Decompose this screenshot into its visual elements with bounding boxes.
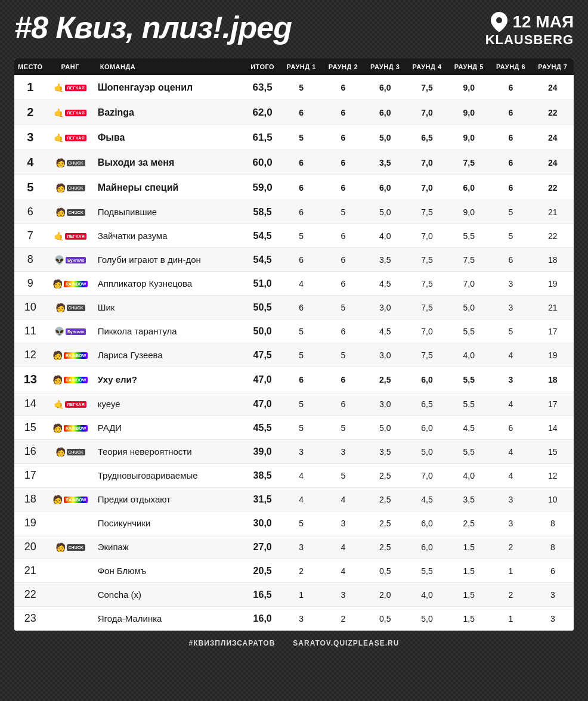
cell-r1: 4: [280, 272, 322, 296]
cell-team: Шопенгауэр оценил: [94, 75, 245, 100]
cell-r5: 5,5: [448, 224, 490, 248]
cell-r2: 3: [322, 440, 364, 464]
cell-r1: 3: [280, 440, 322, 464]
cell-place: 1: [14, 75, 47, 100]
cell-r1: 5: [280, 343, 322, 367]
table-row: 4 🧑CHUCK Выходи за меня 60,0 6 6 3,5 7,0…: [14, 150, 574, 175]
cell-r6: 6: [490, 175, 531, 200]
cell-r2: 6: [322, 150, 364, 175]
cell-r2: 6: [322, 392, 364, 416]
cell-r4: 7,5: [406, 272, 448, 296]
cell-place: 20: [14, 535, 47, 559]
cell-r1: 3: [280, 535, 322, 559]
cell-r7: 22: [532, 224, 574, 248]
cell-r2: 6: [322, 248, 364, 272]
cell-r2: 5: [322, 416, 364, 440]
cell-place: 12: [14, 343, 47, 367]
cell-r4: 6,5: [406, 125, 448, 150]
cell-r4: 6,0: [406, 535, 448, 559]
cell-team: Выходи за меня: [94, 150, 245, 175]
cell-r1: 6: [280, 296, 322, 320]
cell-rank: 🧑RAINBOW: [47, 416, 94, 440]
cell-team: Лариса Гузеева: [94, 343, 245, 367]
cell-team: Трудновыговариваемые: [94, 464, 245, 488]
svg-point-0: [496, 17, 502, 23]
cell-rank: [47, 607, 94, 631]
cell-r3: 2,5: [364, 464, 406, 488]
cell-total: 20,5: [245, 559, 280, 583]
cell-r5: 9,0: [448, 100, 490, 125]
cell-total: 54,5: [245, 248, 280, 272]
cell-total: 54,5: [245, 224, 280, 248]
cell-r7: 8: [532, 535, 574, 559]
cell-r1: 4: [280, 464, 322, 488]
table-row: 12 🧑RAINBOW Лариса Гузеева 47,5 5 5 3,0 …: [14, 343, 574, 367]
cell-place: 15: [14, 416, 47, 440]
cell-r3: 2,5: [364, 511, 406, 535]
cell-r6: 6: [490, 248, 531, 272]
cell-rank: 🧑CHUCK: [47, 175, 94, 200]
cell-r7: 24: [532, 75, 574, 100]
cell-r1: 5: [280, 224, 322, 248]
cell-r7: 8: [532, 511, 574, 535]
cell-r4: 7,5: [406, 200, 448, 224]
cell-r6: 6: [490, 416, 531, 440]
table-row: 11 👽Бунгало Пиккола тарантула 50,0 5 6 4…: [14, 320, 574, 343]
cell-place: 10: [14, 296, 47, 320]
cell-r6: 3: [490, 488, 531, 511]
cell-rank: 🤙ЛЕГКАЯ: [47, 224, 94, 248]
cell-r3: 2,5: [364, 488, 406, 511]
cell-team: Подвыпившие: [94, 200, 245, 224]
cell-place: 22: [14, 583, 47, 607]
cell-r1: 3: [280, 607, 322, 631]
cell-r7: 14: [532, 416, 574, 440]
cell-r2: 5: [322, 200, 364, 224]
cell-r2: 5: [322, 464, 364, 488]
cell-r6: 5: [490, 200, 531, 224]
cell-r1: 6: [280, 150, 322, 175]
cell-r5: 4,5: [448, 416, 490, 440]
cell-place: 23: [14, 607, 47, 631]
cell-total: 31,5: [245, 488, 280, 511]
table-row: 20 🧑CHUCK Экипаж 27,0 3 4 2,5 6,0 1,5 2 …: [14, 535, 574, 559]
cell-r1: 5: [280, 511, 322, 535]
cell-team: Concha (x): [94, 583, 245, 607]
cell-r6: 6: [490, 125, 531, 150]
cell-team: Bazinga: [94, 100, 245, 125]
event-date: 12 МАЯ: [491, 12, 574, 32]
cell-r4: 7,0: [406, 320, 448, 343]
cell-r3: 6,0: [364, 75, 406, 100]
cell-r6: 2: [490, 583, 531, 607]
cell-place: 11: [14, 320, 47, 343]
col-header-team: КОМАНДА: [94, 58, 245, 75]
cell-r7: 21: [532, 296, 574, 320]
cell-r4: 7,0: [406, 100, 448, 125]
cell-rank: 🤙ЛЕГКАЯ: [47, 75, 94, 100]
cell-r2: 6: [322, 100, 364, 125]
cell-rank: 🧑RAINBOW: [47, 343, 94, 367]
cell-place: 18: [14, 488, 47, 511]
cell-r7: 24: [532, 125, 574, 150]
cell-r1: 6: [280, 175, 322, 200]
cell-r7: 12: [532, 464, 574, 488]
cell-r1: 5: [280, 392, 322, 416]
location-icon: [491, 12, 507, 32]
cell-r7: 3: [532, 607, 574, 631]
cell-team: Аппликатор Кузнецова: [94, 272, 245, 296]
cell-team: куеуе: [94, 392, 245, 416]
table-row: 13 🧑RAINBOW Уху ели? 47,0 6 6 2,5 6,0 5,…: [14, 367, 574, 392]
cell-r5: 2,5: [448, 511, 490, 535]
cell-r5: 9,0: [448, 200, 490, 224]
table-row: 19 Посикунчики 30,0 5 3 2,5 6,0 2,5 3 8: [14, 511, 574, 535]
cell-team: Майнеры специй: [94, 175, 245, 200]
cell-r5: 7,5: [448, 248, 490, 272]
cell-r5: 7,5: [448, 150, 490, 175]
cell-r2: 6: [322, 224, 364, 248]
cell-r6: 4: [490, 440, 531, 464]
cell-r7: 10: [532, 488, 574, 511]
page-footer: #КВИЗПЛИЗСАРАТОВ SARATOV.QUIZPLEASE.RU: [14, 639, 574, 647]
cell-place: 19: [14, 511, 47, 535]
cell-r6: 4: [490, 392, 531, 416]
table-row: 21 Фон Блюмъ 20,5 2 4 0,5 5,5 1,5 1 6: [14, 559, 574, 583]
cell-total: 50,0: [245, 320, 280, 343]
